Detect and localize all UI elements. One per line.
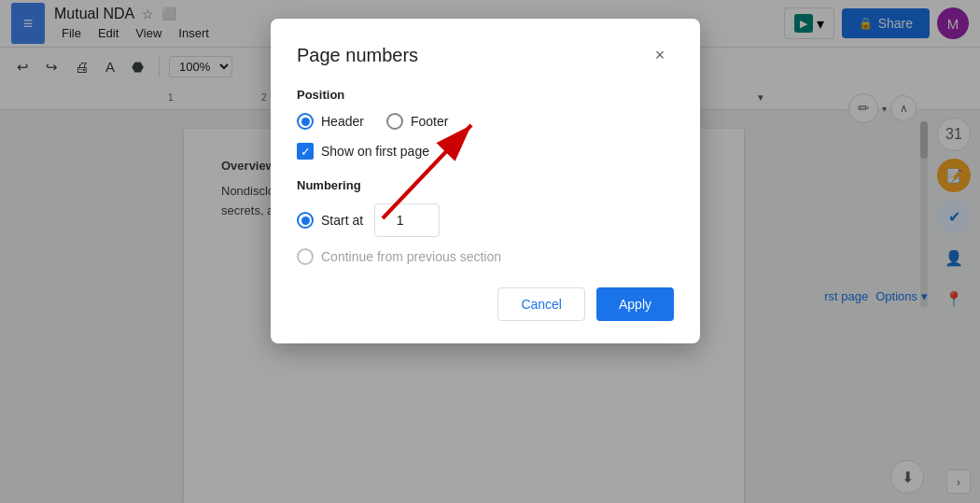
start-at-radio-circle bbox=[297, 212, 314, 229]
show-first-page-checkbox[interactable]: ✓ bbox=[297, 143, 314, 160]
numbering-label: Numbering bbox=[297, 178, 674, 192]
continue-radio-item[interactable]: Continue from previous section bbox=[297, 248, 501, 265]
footer-radio-item[interactable]: Footer bbox=[386, 113, 448, 130]
continue-row: Continue from previous section bbox=[297, 248, 674, 265]
start-at-row: Start at bbox=[297, 203, 674, 237]
modal-footer: Cancel Apply bbox=[297, 287, 674, 321]
start-at-label: Start at bbox=[321, 213, 363, 228]
header-radio-circle bbox=[297, 113, 314, 130]
show-first-page-label: Show on first page bbox=[321, 144, 429, 159]
footer-radio-circle bbox=[386, 113, 403, 130]
cancel-button[interactable]: Cancel bbox=[497, 287, 585, 321]
continue-label: Continue from previous section bbox=[321, 249, 501, 264]
footer-radio-label: Footer bbox=[411, 114, 448, 129]
start-at-input[interactable] bbox=[374, 203, 440, 237]
close-button[interactable]: × bbox=[646, 41, 674, 69]
modal-title: Page numbers bbox=[297, 45, 418, 66]
show-first-page-row: ✓ Show on first page bbox=[297, 143, 674, 160]
start-at-radio-item[interactable]: Start at bbox=[297, 212, 363, 229]
apply-button[interactable]: Apply bbox=[596, 287, 674, 321]
page-numbers-dialog: Page numbers × Position Header Footer ✓ … bbox=[271, 19, 700, 343]
header-radio-label: Header bbox=[321, 114, 364, 129]
numbering-section: Numbering Start at Continue from previou… bbox=[297, 178, 674, 265]
position-radio-group: Header Footer bbox=[297, 113, 674, 130]
checkbox-check-icon: ✓ bbox=[301, 146, 311, 158]
header-radio-item[interactable]: Header bbox=[297, 113, 364, 130]
continue-radio-circle bbox=[297, 248, 314, 265]
modal-header: Page numbers × bbox=[297, 41, 674, 69]
position-label: Position bbox=[297, 88, 674, 102]
